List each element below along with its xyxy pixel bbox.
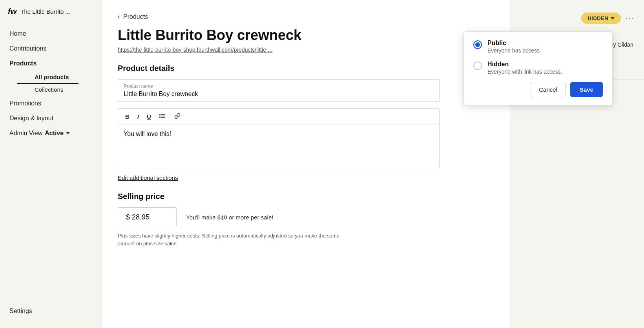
editor-toolbar: B I U xyxy=(118,108,440,125)
sidebar-subitem-collections[interactable]: Collections xyxy=(17,83,73,96)
price-input[interactable]: $ 28.95 xyxy=(118,207,177,227)
hidden-badge-chevron-icon xyxy=(611,17,615,20)
right-panel-top: HIDDEN ··· xyxy=(511,0,644,24)
main-inner: ‹ Products Little Burrito Boy crewneck h… xyxy=(102,0,455,263)
link-icon xyxy=(174,112,181,120)
sidebar-logo: fw The Little Burrito ... xyxy=(0,0,102,23)
sidebar-item-design-layout[interactable]: Design & layout xyxy=(0,111,102,126)
public-option-text: Public Everyone has access. xyxy=(487,40,541,54)
breadcrumb-products-link[interactable]: Products xyxy=(123,13,148,20)
public-radio-option[interactable]: Public Everyone has access. xyxy=(473,40,603,54)
breadcrumb: ‹ Products xyxy=(118,13,440,21)
sidebar-item-contributions[interactable]: Contributions xyxy=(0,41,102,56)
hidden-option-text: Hidden Everyone with link has access. xyxy=(487,61,562,75)
sidebar-nav: Home Contributions Products All products… xyxy=(0,23,102,297)
hidden-desc: Everyone with link has access. xyxy=(487,69,562,75)
more-options-button[interactable]: ··· xyxy=(626,14,635,23)
product-name-field[interactable]: Product name Little Burrito Boy crewneck xyxy=(118,79,440,102)
price-note: Plus sizes have slightly higher costs. S… xyxy=(118,232,345,247)
underline-button[interactable]: U xyxy=(145,112,153,121)
logo-fw-icon: fw xyxy=(8,7,16,16)
product-url[interactable]: https://the-little-burrito-boy-shop.four… xyxy=(118,47,440,53)
hidden-label: Hidden xyxy=(487,61,562,68)
hidden-radio-circle xyxy=(473,62,482,70)
product-name-label: Product name xyxy=(118,80,439,91)
price-row: $ 28.95 You'll make $10 or more per sale… xyxy=(118,207,440,227)
page-title: Little Burrito Boy crewneck xyxy=(118,27,440,43)
public-label: Public xyxy=(487,40,541,47)
sidebar: fw The Little Burrito ... Home Contribut… xyxy=(0,0,102,328)
edit-additional-sections-link[interactable]: Edit additional sections xyxy=(118,174,178,181)
bold-button[interactable]: B xyxy=(124,112,131,121)
sidebar-bottom: Settings xyxy=(0,297,102,328)
chevron-down-icon xyxy=(66,132,70,134)
hidden-radio-option[interactable]: Hidden Everyone with link has access. xyxy=(473,61,603,75)
save-button[interactable]: Save xyxy=(570,82,603,97)
link-button[interactable] xyxy=(172,112,182,121)
description-editor[interactable]: You will love this! xyxy=(118,125,440,168)
sidebar-subitem-collections-wrap: Collections xyxy=(0,83,102,96)
back-arrow-icon: ‹ xyxy=(118,13,120,21)
hidden-badge-label: HIDDEN xyxy=(587,15,608,21)
cancel-button[interactable]: Cancel xyxy=(531,82,566,97)
public-desc: Everyone has access. xyxy=(487,47,541,54)
sidebar-item-settings[interactable]: Settings xyxy=(9,304,92,319)
hidden-badge-button[interactable]: HIDDEN xyxy=(581,13,621,24)
sidebar-item-products[interactable]: Products xyxy=(0,56,102,71)
sidebar-subitem-all-products-wrap: All products xyxy=(0,71,102,83)
italic-button[interactable]: I xyxy=(136,112,140,121)
product-details-heading: Product details xyxy=(118,64,440,73)
admin-view-label: Admin View xyxy=(9,130,42,137)
list-icon xyxy=(159,112,166,120)
sidebar-item-home[interactable]: Home xyxy=(0,26,102,41)
dropdown-actions: Cancel Save xyxy=(473,82,603,97)
svg-point-5 xyxy=(159,117,161,118)
admin-active-badge: Active xyxy=(45,130,64,137)
svg-point-3 xyxy=(159,114,161,115)
public-radio-circle xyxy=(473,40,482,49)
store-name: The Little Burrito ... xyxy=(20,8,70,15)
svg-point-4 xyxy=(159,116,161,117)
visibility-dropdown: Public Everyone has access. Hidden Every… xyxy=(463,31,613,105)
product-name-value[interactable]: Little Burrito Boy crewneck xyxy=(118,91,439,101)
sidebar-subitem-all-products[interactable]: All products xyxy=(17,71,78,84)
sidebar-item-promotions[interactable]: Promotions xyxy=(0,96,102,111)
price-helper-text: You'll make $10 or more per sale! xyxy=(186,214,273,221)
selling-price-heading: Selling price xyxy=(118,192,440,201)
main-content: ‹ Products Little Burrito Boy crewneck h… xyxy=(102,0,511,328)
list-button[interactable] xyxy=(157,112,168,121)
admin-view-row[interactable]: Admin View Active xyxy=(0,126,102,141)
